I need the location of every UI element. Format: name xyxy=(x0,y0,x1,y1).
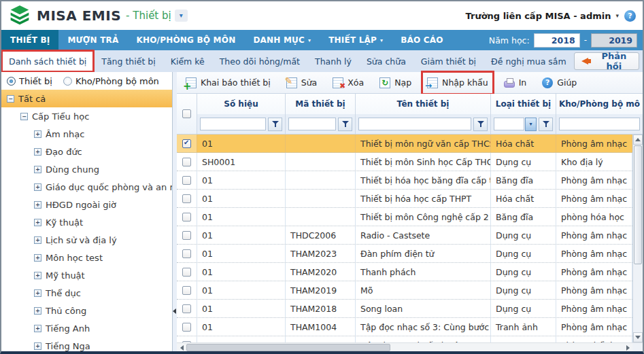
toolbar-button[interactable]: In xyxy=(502,75,529,91)
sidebar-splitter[interactable] xyxy=(173,72,177,351)
toolbar-button[interactable]: Sửa xyxy=(284,75,320,91)
table-row[interactable]: 01 THDC2006 Radio - Castsete Dụng cụ Phò… xyxy=(177,226,632,245)
tree-item[interactable]: + Thể dục xyxy=(1,284,172,302)
nav-item[interactable]: DANH MỤC ▾ xyxy=(244,30,320,50)
column-header-ten-thiet-bi[interactable]: Tên thiết bị xyxy=(356,94,491,114)
tree-item[interactable]: − Cấp Tiểu học xyxy=(1,107,172,125)
tree-item[interactable]: − Tất cả xyxy=(1,90,172,107)
tree-item[interactable]: + HĐGD ngoài giờ xyxy=(1,196,172,213)
scroll-right-button[interactable] xyxy=(623,343,632,352)
horizontal-scrollbar[interactable] xyxy=(177,342,632,352)
row-checkbox-cell[interactable] xyxy=(177,300,197,317)
filter-input-ten-thiet-bi[interactable] xyxy=(358,118,471,130)
table-row[interactable]: 01 THAM2018 Song loan Dụng cụ Phòng âm n… xyxy=(177,300,632,318)
module-dropdown-button[interactable]: ▾ xyxy=(175,10,188,22)
row-checkbox-cell[interactable] xyxy=(177,318,197,336)
tree-toggle-icon[interactable]: − xyxy=(20,113,28,120)
row-checkbox-cell[interactable] xyxy=(177,245,197,262)
nav-item[interactable]: MƯỢN TRẢ ▾ xyxy=(58,30,127,50)
toolbar-button[interactable]: Nạp xyxy=(377,75,413,91)
table-row[interactable]: 01 Thiết bị môn ngữ văn cấp THCS Hóa chấ… xyxy=(177,135,632,153)
column-header-kho-phong[interactable]: Kho/Phòng bộ mô xyxy=(556,94,643,114)
year-to-input[interactable] xyxy=(591,33,637,48)
radio-thiet-bi[interactable]: Thiết bị xyxy=(7,76,52,86)
row-checkbox-cell[interactable] xyxy=(177,153,197,171)
filter-funnel-button[interactable] xyxy=(268,118,282,131)
radio-kho-phong[interactable]: Kho/Phòng bộ môn xyxy=(63,76,159,86)
nav-item[interactable]: THIẾT BỊ ▾ xyxy=(1,30,58,50)
tree-toggle-icon[interactable]: + xyxy=(34,272,41,279)
tab-item[interactable]: Danh sách thiết bị xyxy=(1,50,94,72)
select-all-checkbox[interactable] xyxy=(177,94,197,134)
tab-item[interactable]: Sửa chữa xyxy=(359,50,413,72)
toolbar-button[interactable]: Nhập khẩu xyxy=(425,75,490,91)
tree-item[interactable]: + Dùng chung xyxy=(1,160,172,178)
table-row[interactable]: 01 THAM2023 Đàn phím điện tử Dụng cụ Phò… xyxy=(177,245,632,263)
tree-item[interactable]: + Tiếng Nga xyxy=(1,337,172,351)
toolbar-button[interactable]: Giúp xyxy=(540,75,579,91)
help-icon[interactable]: ? xyxy=(624,10,636,22)
tree-item[interactable]: + Âm nhạc xyxy=(1,125,172,143)
table-row[interactable]: SH0001 Thiết bị môn Sinh học Cấp THCS Dụ… xyxy=(177,153,632,171)
toolbar-button[interactable]: Xóa xyxy=(331,75,366,91)
horizontal-scroll-thumb[interactable] xyxy=(186,344,390,351)
table-row[interactable]: 01 Thiết bị hóa học băng đĩa cấp thpt Bă… xyxy=(177,171,632,190)
tree-toggle-icon[interactable]: + xyxy=(34,130,41,138)
row-checkbox-cell[interactable] xyxy=(177,190,197,207)
row-checkbox-cell[interactable] xyxy=(177,208,197,226)
tree-item[interactable]: + Mỹ thuật xyxy=(1,266,172,284)
table-row[interactable]: 01 Thiết bị môn Công nghệ cấp 2 Băng đĩa… xyxy=(177,208,632,226)
tree-toggle-icon[interactable]: + xyxy=(34,148,41,156)
scroll-up-button[interactable] xyxy=(633,135,643,145)
filter-funnel-button[interactable] xyxy=(473,118,488,131)
row-checkbox-cell[interactable] xyxy=(177,263,197,281)
filter-input-so-hieu[interactable] xyxy=(200,118,266,130)
tab-item[interactable]: Theo dõi hỏng/mất xyxy=(212,50,307,72)
tree-toggle-icon[interactable]: + xyxy=(34,236,41,244)
year-from-input[interactable] xyxy=(534,33,580,48)
row-checkbox-cell[interactable] xyxy=(177,171,197,189)
row-checkbox-cell[interactable] xyxy=(177,281,197,299)
table-row[interactable]: 02 HDC 053 Hộp dụng cụ huấn luyện Dụng c… xyxy=(177,336,632,342)
filter-select-loai-thiet-bi[interactable] xyxy=(494,118,524,130)
row-checkbox-cell[interactable] xyxy=(177,226,197,244)
column-header-ma-thiet-bi[interactable]: Mã thiết bị xyxy=(286,94,356,114)
table-row[interactable]: 01 THAM2020 Thanh phách Dụng cụ Phòng âm… xyxy=(177,263,632,281)
tree-toggle-icon[interactable]: + xyxy=(34,325,41,332)
tree-toggle-icon[interactable]: + xyxy=(34,307,41,315)
account-name[interactable]: Trường liên cấp MISA - admin xyxy=(466,11,611,21)
tab-item[interactable]: Tăng thiết bị xyxy=(94,50,163,72)
nav-item[interactable]: KHO/PHÒNG BỘ MÔN ▾ xyxy=(127,30,244,50)
tab-item[interactable]: Thanh lý xyxy=(307,50,359,72)
tab-item[interactable]: Đề nghị mua sắm xyxy=(484,50,574,72)
collapse-sidebar-icon[interactable] xyxy=(173,308,176,314)
dropdown-chevron-icon[interactable]: ▾ xyxy=(525,118,537,131)
table-row[interactable]: 01 THAM1004 Tập đọc nhạc số 3: Cùng bước… xyxy=(177,318,632,336)
filter-input-kho-phong[interactable] xyxy=(559,118,640,130)
vertical-scroll-thumb[interactable] xyxy=(634,145,642,264)
nav-item[interactable]: BÁO CÁO ▾ xyxy=(392,30,452,50)
account-chevron-down-icon[interactable]: ▾ xyxy=(615,12,619,19)
tree-item[interactable]: + Môn học test xyxy=(1,249,172,266)
feedback-button[interactable]: Phản hồi xyxy=(574,52,639,70)
tree-toggle-icon[interactable]: + xyxy=(34,342,41,350)
scroll-down-button[interactable] xyxy=(633,332,643,342)
filter-funnel-button[interactable] xyxy=(338,118,352,131)
tree-item[interactable]: + Thủ công xyxy=(1,302,172,319)
tree-toggle-icon[interactable]: + xyxy=(34,219,41,226)
tree-toggle-icon[interactable]: + xyxy=(34,166,41,173)
tree-item[interactable]: + Tiếng Anh xyxy=(1,319,172,337)
filter-funnel-button[interactable] xyxy=(539,118,553,131)
tree-toggle-icon[interactable]: − xyxy=(7,95,14,103)
nav-item[interactable]: THIẾT LẬP ▾ xyxy=(320,30,392,50)
tree-item[interactable]: + Giáo dục quốc phòng và an ninh xyxy=(1,178,172,196)
column-header-loai-thiet-bi[interactable]: Loại thiết bị xyxy=(491,94,556,114)
tree-toggle-icon[interactable]: + xyxy=(34,289,41,297)
toolbar-button[interactable]: Khai báo thiết bị xyxy=(184,75,273,91)
column-header-so-hieu[interactable]: Số hiệu xyxy=(197,94,286,114)
tree-item[interactable]: + Đạo đức xyxy=(1,143,172,160)
scroll-left-button[interactable] xyxy=(177,343,186,352)
tree-toggle-icon[interactable]: + xyxy=(34,254,41,262)
tree-item[interactable]: + Lịch sử và địa lý xyxy=(1,231,172,249)
table-row[interactable]: 01 THAM2019 Mõ Dụng cụ Phòng âm nhạc xyxy=(177,281,632,300)
